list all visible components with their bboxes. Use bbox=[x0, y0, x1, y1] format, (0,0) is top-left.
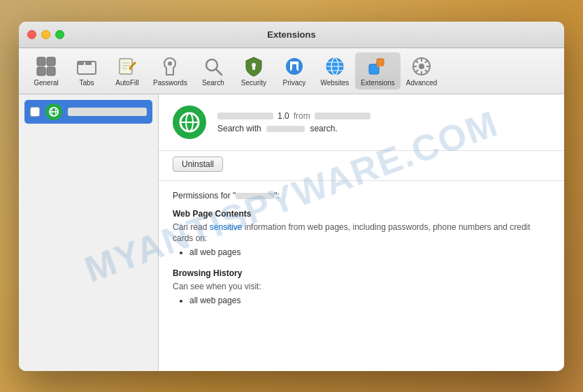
svg-rect-3 bbox=[47, 67, 55, 75]
permissions-ext-name bbox=[236, 193, 274, 199]
svg-rect-1 bbox=[47, 57, 55, 66]
toolbar-item-search[interactable]: Search bbox=[193, 52, 233, 89]
autofill-label: AutoFill bbox=[115, 79, 138, 87]
web-page-contents-title: Web Page Contents bbox=[173, 209, 550, 219]
advanced-label: Advanced bbox=[406, 79, 437, 87]
security-icon bbox=[243, 55, 265, 78]
websites-label: Websites bbox=[320, 79, 349, 87]
sensitive-highlight: sensitive bbox=[210, 222, 243, 232]
extension-icon-large bbox=[173, 106, 206, 139]
websites-icon bbox=[324, 55, 346, 78]
toolbar-item-general[interactable]: General bbox=[26, 52, 66, 89]
privacy-icon bbox=[283, 55, 305, 78]
web-page-contents-group: Web Page Contents Can read sensitive inf… bbox=[173, 209, 550, 258]
advanced-icon bbox=[410, 55, 433, 78]
maximize-button[interactable] bbox=[55, 30, 64, 39]
permissions-section: Permissions for "": Web Page Contents Ca… bbox=[159, 181, 564, 371]
toolbar-item-security[interactable]: Security bbox=[233, 52, 274, 89]
uninstall-button[interactable]: Uninstall bbox=[173, 157, 223, 172]
extension-checkbox[interactable] bbox=[30, 107, 40, 117]
toolbar-item-autofill[interactable]: AutoFill bbox=[107, 52, 147, 89]
extension-sidebar-name bbox=[68, 108, 147, 116]
toolbar: General Tabs Aut bbox=[19, 48, 564, 94]
list-item: all web pages bbox=[189, 296, 550, 305]
toolbar-item-passwords[interactable]: Passwords bbox=[147, 52, 193, 89]
window-controls bbox=[27, 30, 64, 39]
search-name-bar bbox=[266, 126, 305, 132]
permissions-prefix: Permissions for " bbox=[173, 191, 236, 201]
search-suffix: search. bbox=[310, 124, 337, 133]
extension-name-bar bbox=[217, 112, 273, 119]
security-label: Security bbox=[241, 79, 266, 87]
minimize-button[interactable] bbox=[41, 30, 50, 39]
svg-rect-2 bbox=[37, 67, 45, 75]
extension-info: 1.0 from Search with search. bbox=[217, 111, 550, 133]
toolbar-item-extensions[interactable]: Extensions bbox=[355, 52, 401, 89]
main-window: Extensions General Tab bbox=[19, 22, 564, 371]
desc-prefix: Can read bbox=[173, 222, 210, 232]
permissions-suffix: ": bbox=[274, 191, 280, 201]
privacy-label: Privacy bbox=[283, 79, 306, 87]
toolbar-item-advanced[interactable]: Advanced bbox=[401, 52, 442, 89]
sidebar-extension-item[interactable] bbox=[24, 100, 152, 124]
main-content: 1.0 from Search with search. Uninstall bbox=[19, 94, 564, 371]
svg-point-11 bbox=[168, 61, 172, 66]
tabs-label: Tabs bbox=[79, 79, 94, 87]
web-page-contents-list: all web pages bbox=[173, 247, 550, 257]
detail-panel: 1.0 from Search with search. Uninstall bbox=[159, 94, 564, 371]
passwords-icon bbox=[159, 55, 181, 78]
toolbar-item-tabs[interactable]: Tabs bbox=[66, 52, 107, 89]
browsing-history-title: Browsing History bbox=[173, 268, 550, 278]
svg-line-32 bbox=[425, 70, 428, 73]
title-bar: Extensions bbox=[19, 22, 564, 48]
extension-description: Search with search. bbox=[217, 124, 550, 133]
tabs-icon bbox=[75, 55, 98, 78]
browsing-history-group: Browsing History Can see when you visit:… bbox=[173, 268, 550, 305]
svg-line-34 bbox=[416, 70, 419, 73]
passwords-label: Passwords bbox=[153, 79, 187, 87]
general-label: General bbox=[34, 79, 59, 87]
toolbar-item-websites[interactable]: Websites bbox=[315, 52, 355, 89]
extension-header: 1.0 from Search with search. bbox=[159, 94, 564, 151]
svg-rect-6 bbox=[85, 61, 92, 65]
window-title: Extensions bbox=[267, 29, 315, 40]
general-icon bbox=[35, 55, 57, 78]
search-with-prefix: Search with bbox=[217, 124, 261, 133]
from-label: from bbox=[294, 111, 310, 121]
uninstall-section: Uninstall bbox=[159, 151, 564, 181]
toolbar-item-privacy[interactable]: Privacy bbox=[274, 52, 315, 89]
extension-sidebar-icon bbox=[45, 103, 62, 120]
svg-line-13 bbox=[216, 69, 222, 75]
browsing-history-list: all web pages bbox=[173, 296, 550, 305]
browsing-history-desc: Can see when you visit: bbox=[173, 281, 550, 293]
extensions-label: Extensions bbox=[361, 79, 395, 87]
svg-rect-15 bbox=[252, 66, 255, 70]
svg-rect-0 bbox=[37, 57, 45, 66]
extensions-icon bbox=[366, 55, 389, 78]
svg-line-31 bbox=[416, 60, 419, 63]
autofill-icon bbox=[116, 55, 138, 78]
svg-rect-5 bbox=[78, 61, 84, 65]
search-label: Search bbox=[202, 79, 224, 87]
permissions-title: Permissions for "": bbox=[173, 191, 550, 201]
svg-line-33 bbox=[425, 60, 428, 63]
list-item: all web pages bbox=[189, 247, 550, 257]
sidebar bbox=[19, 94, 159, 371]
svg-point-26 bbox=[419, 64, 424, 69]
web-page-contents-desc: Can read sensitive information from web … bbox=[173, 222, 550, 245]
svg-point-16 bbox=[286, 58, 303, 75]
extension-url-bar bbox=[315, 112, 370, 119]
version-number: 1.0 bbox=[278, 111, 289, 121]
close-button[interactable] bbox=[27, 30, 36, 39]
version-row: 1.0 from bbox=[217, 111, 550, 121]
svg-rect-24 bbox=[377, 64, 380, 67]
search-icon bbox=[202, 55, 224, 78]
